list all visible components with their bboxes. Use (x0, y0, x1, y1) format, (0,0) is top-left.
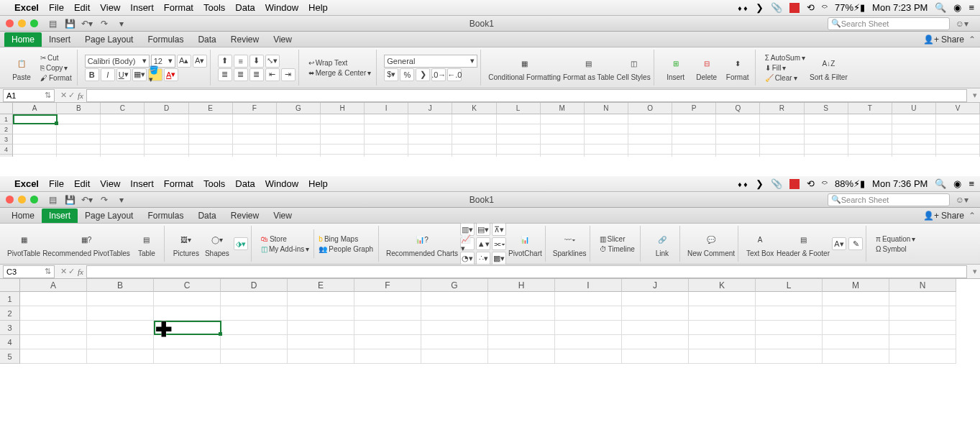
cell[interactable] (541, 155, 585, 157)
cell[interactable] (823, 349, 889, 364)
cell[interactable] (87, 321, 154, 335)
cell[interactable] (233, 145, 277, 155)
col-header[interactable]: B (87, 279, 154, 292)
store-button[interactable]: 🛍 Store (259, 234, 311, 244)
cell[interactable] (145, 114, 188, 124)
dropbox-icon[interactable]: ⬧⬧ (737, 2, 748, 13)
cell[interactable] (555, 292, 622, 306)
menu-file[interactable]: File (49, 2, 64, 13)
cell[interactable] (408, 155, 452, 157)
col-header[interactable]: V (936, 103, 980, 114)
cell[interactable] (221, 292, 288, 306)
recommended-charts-button[interactable]: 📊?Recommended Charts (386, 230, 458, 257)
cell[interactable] (277, 145, 321, 155)
align-right-icon[interactable]: ≣ (249, 68, 264, 81)
cell[interactable] (154, 349, 221, 364)
cell[interactable] (452, 114, 496, 124)
tab-view[interactable]: View (266, 32, 299, 47)
chevron-icon[interactable]: ❯ (756, 178, 764, 189)
undo-icon[interactable]: ↶▾ (80, 194, 94, 206)
battery-status[interactable]: 77% ⚡︎▮ (835, 2, 865, 13)
align-middle-icon[interactable]: ≡ (234, 55, 248, 68)
menu-tools[interactable]: Tools (203, 2, 225, 13)
col-header[interactable]: B (57, 103, 101, 114)
align-top-icon[interactable]: ⬆ (218, 55, 232, 68)
cell[interactable] (154, 292, 221, 306)
cell[interactable] (585, 155, 628, 157)
pie-chart-icon[interactable]: ◔▾ (460, 252, 475, 265)
cell[interactable] (321, 145, 365, 155)
siri-icon[interactable]: ◉ (953, 2, 961, 13)
cell[interactable] (57, 114, 101, 124)
menu-list-icon[interactable]: ≡ (968, 2, 974, 13)
name-box[interactable]: A1⇅ (3, 89, 55, 102)
pivottable-button[interactable]: ▦PivotTable (7, 230, 40, 257)
tab-view[interactable]: View (266, 208, 299, 223)
sparklines-button[interactable]: 〰▾Sparklines (553, 230, 587, 257)
cell[interactable] (756, 349, 823, 364)
save-icon[interactable]: 💾 (63, 18, 77, 29)
cell[interactable] (889, 349, 956, 364)
cell[interactable] (233, 114, 277, 124)
menu-data[interactable]: Data (235, 2, 255, 13)
cell[interactable] (154, 306, 221, 321)
symbol-button[interactable]: Ω Symbol (874, 244, 917, 254)
cell[interactable] (622, 292, 689, 306)
cell[interactable] (288, 306, 354, 321)
tab-review[interactable]: Review (224, 208, 266, 223)
save-icon[interactable]: 💾 (63, 194, 77, 206)
cell[interactable] (488, 292, 555, 306)
cell[interactable] (689, 321, 756, 335)
cell[interactable] (892, 155, 936, 157)
row-header[interactable]: 3 (0, 321, 20, 335)
col-header[interactable]: O (628, 103, 672, 114)
menu-view[interactable]: View (100, 2, 120, 13)
cell[interactable] (756, 306, 823, 321)
col-header[interactable]: P (672, 103, 716, 114)
cell[interactable] (365, 124, 408, 134)
cell[interactable] (628, 145, 672, 155)
sort-filter-button[interactable]: A↓ZSort & Filter (810, 54, 848, 81)
orientation-icon[interactable]: ⤡▾ (265, 55, 280, 68)
shapes-button[interactable]: ◯▾Shapes (203, 230, 232, 257)
cell[interactable] (189, 124, 233, 134)
cell[interactable] (13, 124, 57, 134)
col-header[interactable]: N (889, 279, 956, 292)
cell[interactable] (672, 114, 716, 124)
cell[interactable] (288, 335, 354, 349)
cell[interactable] (622, 335, 689, 349)
format-cells-button[interactable]: ⬍Format (723, 54, 752, 81)
menu-file[interactable]: File (49, 178, 64, 189)
copy-button[interactable]: ⎘ Copy ▾ (38, 63, 74, 73)
fx-icon[interactable]: fx (78, 91, 83, 100)
cell[interactable] (145, 155, 188, 157)
cell[interactable] (936, 114, 980, 124)
cell[interactable] (689, 292, 756, 306)
cell[interactable] (628, 155, 672, 157)
cell[interactable] (488, 349, 555, 364)
menu-edit[interactable]: Edit (74, 2, 90, 13)
cell[interactable] (760, 134, 804, 145)
decrease-decimal-icon[interactable]: ←.0 (447, 68, 462, 81)
cell[interactable] (892, 124, 936, 134)
cell[interactable] (488, 335, 555, 349)
cell[interactable] (823, 306, 889, 321)
tab-formulas[interactable]: Formulas (140, 208, 191, 223)
wordart-icon[interactable]: A▾ (832, 237, 846, 250)
cell[interactable] (936, 134, 980, 145)
paste-button[interactable]: 📋Paste (7, 54, 36, 81)
tab-page-layout[interactable]: Page Layout (78, 32, 140, 47)
smartart-icon[interactable]: ⬗▾ (234, 237, 248, 250)
col-header[interactable]: C (154, 279, 221, 292)
clock[interactable]: Mon 7:23 PM (872, 2, 928, 13)
cell[interactable] (421, 321, 488, 335)
clear-button[interactable]: 🧹 Clear ▾ (763, 73, 807, 83)
cell[interactable] (672, 134, 716, 145)
tab-home[interactable]: Home (4, 32, 42, 47)
percent-icon[interactable]: % (400, 68, 414, 81)
clock[interactable]: Mon 7:36 PM (872, 178, 928, 189)
col-header[interactable]: T (848, 103, 892, 114)
row-header[interactable]: 3 (0, 134, 13, 145)
enter-formula-icon[interactable]: ✓ (68, 267, 75, 276)
paperclip-icon[interactable]: 📎 (771, 178, 782, 189)
